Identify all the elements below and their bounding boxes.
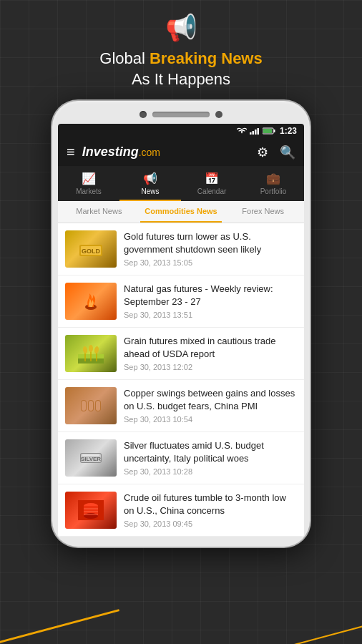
promo-title: Global Breaking News As It Happens bbox=[0, 49, 362, 89]
status-bar: 1:23 bbox=[58, 124, 304, 138]
speaker-grille bbox=[152, 112, 210, 117]
hamburger-menu-button[interactable]: ≡ bbox=[67, 144, 75, 160]
news-headline-3: Grain futures mixed in cautious trade ah… bbox=[124, 335, 297, 360]
category-commodities[interactable]: Commodities News bbox=[140, 201, 222, 223]
news-item-4[interactable]: Copper swings between gains and losses o… bbox=[58, 380, 304, 432]
promo-title-part1: Global bbox=[99, 49, 150, 67]
front-camera bbox=[140, 111, 147, 118]
category-bar: Market News Commodities News Forex News bbox=[58, 201, 304, 223]
phone-device: 1:23 ≡ Investing.com ⚙ 🔍 📈 Markets 📢 New… bbox=[52, 101, 310, 547]
news-date-3: Sep 30, 2013 12:02 bbox=[124, 363, 297, 371]
status-icons bbox=[237, 127, 275, 135]
news-headline-2: Natural gas futures - Weekly review: Sep… bbox=[124, 283, 297, 308]
news-icon: 📢 bbox=[143, 172, 157, 185]
tab-calendar-label: Calendar bbox=[197, 187, 227, 195]
news-date-4: Sep 30, 2013 10:54 bbox=[124, 415, 297, 424]
tab-markets-label: Markets bbox=[76, 187, 102, 195]
status-time: 1:23 bbox=[280, 126, 297, 136]
copper-thumbnail bbox=[65, 387, 117, 424]
tab-news-label: News bbox=[141, 187, 159, 195]
brand-logo: Investing.com bbox=[82, 145, 250, 160]
brand-dotcom: .com bbox=[139, 147, 160, 158]
news-date-1: Sep 30, 2013 15:05 bbox=[124, 258, 297, 267]
calendar-icon: 📅 bbox=[205, 172, 219, 185]
gold-thumbnail: GOLD bbox=[65, 230, 117, 268]
category-market-news[interactable]: Market News bbox=[58, 201, 140, 223]
news-content-3: Grain futures mixed in cautious trade ah… bbox=[124, 335, 297, 372]
svg-rect-24 bbox=[96, 401, 100, 411]
news-date-5: Sep 30, 2013 10:28 bbox=[124, 467, 297, 476]
svg-rect-0 bbox=[250, 132, 252, 135]
road-line-2 bbox=[278, 623, 362, 644]
news-thumb-5: SILVER bbox=[65, 439, 117, 477]
category-forex[interactable]: Forex News bbox=[222, 201, 304, 223]
promo-breaking-text: Breaking News bbox=[150, 49, 263, 67]
svg-rect-6 bbox=[263, 129, 272, 133]
news-thumb-1: GOLD bbox=[65, 230, 117, 268]
news-thumb-3 bbox=[65, 335, 117, 372]
search-button[interactable]: 🔍 bbox=[280, 145, 295, 160]
grain-thumbnail bbox=[65, 335, 117, 372]
silver-thumbnail: SILVER bbox=[65, 439, 117, 477]
nav-action-icons: ⚙ 🔍 bbox=[257, 145, 295, 160]
news-item-6[interactable]: Crude oil futures tumble to 3-month low … bbox=[58, 484, 304, 537]
top-navigation: ≡ Investing.com ⚙ 🔍 bbox=[58, 138, 304, 166]
svg-rect-1 bbox=[252, 131, 254, 135]
news-content-1: Gold futures turn lower as U.S. governme… bbox=[124, 230, 297, 268]
signal-icon bbox=[250, 127, 260, 135]
svg-rect-2 bbox=[255, 130, 257, 135]
promo-title-part2: As It Happens bbox=[132, 70, 230, 88]
news-thumb-6 bbox=[65, 492, 117, 529]
svg-point-14 bbox=[82, 346, 88, 354]
svg-rect-20 bbox=[82, 401, 86, 411]
battery-icon bbox=[263, 127, 275, 135]
settings-button[interactable]: ⚙ bbox=[257, 145, 268, 160]
phone-screen: 1:23 ≡ Investing.com ⚙ 🔍 📈 Markets 📢 New… bbox=[58, 124, 304, 537]
tab-markets[interactable]: 📈 Markets bbox=[58, 166, 119, 201]
tab-portfolio[interactable]: 💼 Portfolio bbox=[243, 166, 304, 201]
news-thumb-2 bbox=[65, 283, 117, 320]
road-decoration bbox=[0, 558, 362, 644]
portfolio-icon: 💼 bbox=[266, 172, 280, 185]
svg-rect-5 bbox=[273, 130, 275, 132]
news-headline-4: Copper swings between gains and losses o… bbox=[124, 387, 297, 412]
road-line-1 bbox=[0, 609, 119, 644]
gas-thumbnail bbox=[65, 283, 117, 320]
svg-point-18 bbox=[94, 346, 99, 354]
oil-thumbnail bbox=[65, 492, 117, 529]
tab-bar: 📈 Markets 📢 News 📅 Calendar 💼 Portfolio bbox=[58, 166, 304, 201]
svg-text:GOLD: GOLD bbox=[82, 248, 100, 255]
news-headline-1: Gold futures turn lower as U.S. governme… bbox=[124, 230, 297, 255]
news-item-3[interactable]: Grain futures mixed in cautious trade ah… bbox=[58, 328, 304, 380]
tab-news[interactable]: 📢 News bbox=[119, 166, 181, 201]
news-content-5: Silver fluctuates amid U.S. budget uncer… bbox=[124, 439, 297, 477]
wifi-icon bbox=[237, 127, 247, 135]
svg-rect-3 bbox=[257, 128, 259, 135]
news-item-2[interactable]: Natural gas futures - Weekly review: Sep… bbox=[58, 275, 304, 328]
tab-portfolio-label: Portfolio bbox=[260, 187, 287, 195]
news-item-1[interactable]: GOLD Gold futures turn lower as U.S. gov… bbox=[58, 223, 304, 275]
news-headline-6: Crude oil futures tumble to 3-month low … bbox=[124, 492, 297, 517]
svg-point-32 bbox=[84, 513, 98, 519]
tab-calendar[interactable]: 📅 Calendar bbox=[181, 166, 243, 201]
news-thumb-4 bbox=[65, 387, 117, 424]
news-item-5[interactable]: SILVER Silver fluctuates amid U.S. budge… bbox=[58, 432, 304, 484]
megaphone-icon: 📢 bbox=[0, 13, 362, 43]
markets-icon: 📈 bbox=[82, 172, 96, 185]
news-content-6: Crude oil futures tumble to 3-month low … bbox=[124, 492, 297, 529]
news-date-2: Sep 30, 2013 13:51 bbox=[124, 311, 297, 319]
sensor bbox=[215, 111, 222, 118]
phone-top-bar bbox=[58, 111, 304, 118]
svg-point-16 bbox=[89, 345, 93, 352]
svg-text:SILVER: SILVER bbox=[81, 456, 102, 462]
news-list: GOLD Gold futures turn lower as U.S. gov… bbox=[58, 223, 304, 537]
brand-name: Investing bbox=[82, 145, 139, 159]
svg-rect-28 bbox=[82, 454, 99, 456]
svg-rect-22 bbox=[89, 401, 93, 411]
promo-section: 📢 Global Breaking News As It Happens bbox=[0, 0, 362, 101]
news-content-2: Natural gas futures - Weekly review: Sep… bbox=[124, 283, 297, 320]
news-headline-5: Silver fluctuates amid U.S. budget uncer… bbox=[124, 439, 297, 464]
news-date-6: Sep 30, 2013 09:45 bbox=[124, 519, 297, 528]
news-content-4: Copper swings between gains and losses o… bbox=[124, 387, 297, 424]
